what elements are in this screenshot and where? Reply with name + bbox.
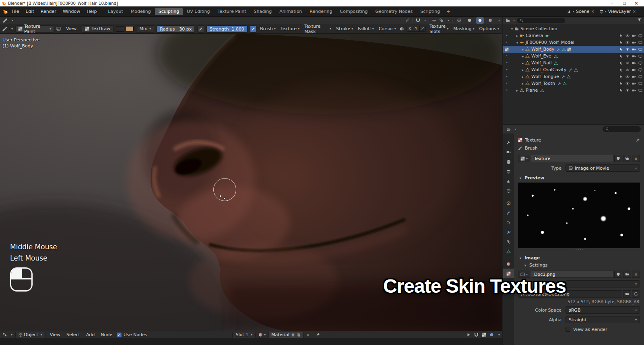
eyedropper-icon[interactable] xyxy=(405,18,410,23)
blend-mode-dropdown[interactable]: Mix xyxy=(136,25,154,33)
outliner-editor-icon[interactable] xyxy=(506,18,510,23)
alpha-dropdown[interactable]: Straight xyxy=(566,316,640,323)
workspace-tab-sculpting[interactable]: Sculpting xyxy=(155,8,183,15)
settings-subsection-header[interactable]: Settings xyxy=(523,263,640,268)
render-disable-icon[interactable] xyxy=(632,68,636,72)
browse-scene-button[interactable] xyxy=(567,9,574,14)
render-disable-icon[interactable] xyxy=(632,47,636,51)
snap-magnet-icon[interactable] xyxy=(416,18,420,23)
viewport-disable-icon[interactable] xyxy=(638,88,642,92)
open-file-button[interactable] xyxy=(623,290,631,298)
selectable-icon[interactable] xyxy=(619,88,623,92)
object-name[interactable]: Wolf_OralCavity xyxy=(531,67,566,72)
shading-material-button[interactable] xyxy=(476,17,484,24)
overlay-grid-icon[interactable] xyxy=(482,333,486,337)
outliner-row-camera[interactable]: Camera xyxy=(503,32,644,39)
menu-help[interactable]: Help xyxy=(84,8,99,15)
viewport-disable-icon[interactable] xyxy=(638,68,642,72)
tab-render[interactable] xyxy=(503,147,514,157)
tab-modifiers[interactable] xyxy=(503,208,514,218)
selectable-icon[interactable] xyxy=(619,47,623,51)
tab-constraints[interactable] xyxy=(503,237,514,246)
tab-world[interactable] xyxy=(503,186,514,195)
material-fake-user-icon[interactable] xyxy=(291,333,295,337)
workspace-tab-modeling[interactable]: Modeling xyxy=(127,8,155,15)
viewport-disable-icon[interactable] xyxy=(638,75,642,79)
workspace-tab-texture-paint[interactable]: Texture Paint xyxy=(214,8,250,15)
disclosure-icon[interactable] xyxy=(520,61,525,65)
cursor-popover[interactable]: Cursor xyxy=(379,26,396,31)
hide-icon[interactable] xyxy=(625,61,630,65)
overlays-icon[interactable] xyxy=(439,18,444,23)
menu-edit[interactable]: Edit xyxy=(23,8,37,15)
hide-icon[interactable] xyxy=(625,75,630,79)
tab-object-data[interactable] xyxy=(503,246,514,256)
pin-icon[interactable] xyxy=(316,333,320,337)
tab-physics[interactable] xyxy=(503,227,514,237)
render-disable-icon[interactable] xyxy=(632,34,636,38)
hide-icon[interactable] xyxy=(625,54,630,58)
object-name[interactable]: Wolf_Nail xyxy=(531,60,551,66)
tab-output[interactable] xyxy=(503,157,514,166)
fake-user-shield-button[interactable] xyxy=(614,155,622,162)
hide-icon[interactable] xyxy=(625,88,630,92)
masking-popover[interactable]: Masking xyxy=(453,26,474,31)
close-button[interactable] xyxy=(630,0,642,6)
shader-menu-view[interactable]: View xyxy=(48,332,62,338)
primary-color-swatch[interactable] xyxy=(116,26,124,32)
selectable-icon[interactable] xyxy=(619,34,623,38)
hide-icon[interactable] xyxy=(625,41,630,45)
breadcrumb-brush[interactable]: Brush xyxy=(525,146,538,151)
outliner-row-wolf-eye[interactable]: Wolf_Eye xyxy=(503,53,644,60)
tab-material[interactable] xyxy=(503,259,514,269)
render-disable-icon[interactable] xyxy=(632,61,636,65)
image-section-header[interactable]: Image xyxy=(518,255,640,261)
hide-icon[interactable] xyxy=(625,82,630,86)
material-slot-dropdown[interactable]: Slot 1 xyxy=(232,332,256,338)
workspace-tab-scripting[interactable]: Scripting xyxy=(417,8,444,15)
browse-texture-button[interactable] xyxy=(518,155,530,162)
options-popover[interactable]: Options xyxy=(479,26,499,31)
viewport-disable-icon[interactable] xyxy=(638,47,642,51)
outliner-row-wolf-body[interactable]: Wolf_Body xyxy=(503,46,644,53)
hide-icon[interactable] xyxy=(625,34,630,38)
outliner-row-wolf-nail[interactable]: Wolf_Nail xyxy=(503,60,644,66)
viewport-disable-icon[interactable] xyxy=(638,41,642,45)
selectable-icon[interactable] xyxy=(619,54,623,58)
object-name[interactable]: Wolf_Eye xyxy=(531,53,551,59)
preview-resize-grip[interactable] xyxy=(518,248,640,252)
disclosure-icon[interactable] xyxy=(520,54,525,58)
workspace-tab-shading[interactable]: Shading xyxy=(250,8,276,15)
shader-editor-icon[interactable] xyxy=(2,333,7,337)
brush-preview-button[interactable]: TexDraw xyxy=(82,25,114,33)
outliner-search-input[interactable] xyxy=(517,18,565,23)
selectable-icon[interactable] xyxy=(619,41,623,45)
selectable-icon[interactable] xyxy=(619,75,623,79)
radius-slider[interactable]: Radius 30 px xyxy=(157,25,195,33)
outliner-row-plane[interactable]: Plane xyxy=(503,87,644,94)
minimize-button[interactable] xyxy=(606,0,618,6)
render-disable-icon[interactable] xyxy=(632,75,636,79)
shader-editor-area[interactable] xyxy=(0,338,502,345)
selectable-icon[interactable] xyxy=(619,82,623,86)
pin-id-icon[interactable] xyxy=(636,138,640,142)
outliner-row-scene-collection[interactable]: Scene Collection xyxy=(503,25,644,32)
new-texture-button[interactable] xyxy=(623,155,631,162)
shader-type-dropdown[interactable]: Object xyxy=(15,332,45,338)
viewport-disable-icon[interactable] xyxy=(638,34,642,38)
material-copy-icon[interactable] xyxy=(297,333,301,337)
outliner-row-wolf-model[interactable]: JF0O0P00_Wolf_Model xyxy=(503,39,644,46)
browse-viewlayer-button[interactable] xyxy=(599,9,607,14)
workspace-tab-uv-editing[interactable]: UV Editing xyxy=(183,8,213,15)
tab-object[interactable] xyxy=(503,198,514,208)
selectable-icon[interactable] xyxy=(619,68,623,72)
unlink-image-button[interactable] xyxy=(632,271,640,278)
render-disable-icon[interactable] xyxy=(632,88,636,92)
blender-menu-icon[interactable] xyxy=(2,9,8,14)
image-source-dropdown[interactable] xyxy=(566,280,640,288)
texture-type-dropdown[interactable]: Image or Movie xyxy=(566,164,640,172)
outliner-row-wolf-oralcavity[interactable]: Wolf_OralCavity xyxy=(503,66,644,73)
filter-icon[interactable] xyxy=(637,18,642,22)
texture-name-field[interactable]: Texture xyxy=(531,155,613,162)
hide-icon[interactable] xyxy=(625,68,630,72)
